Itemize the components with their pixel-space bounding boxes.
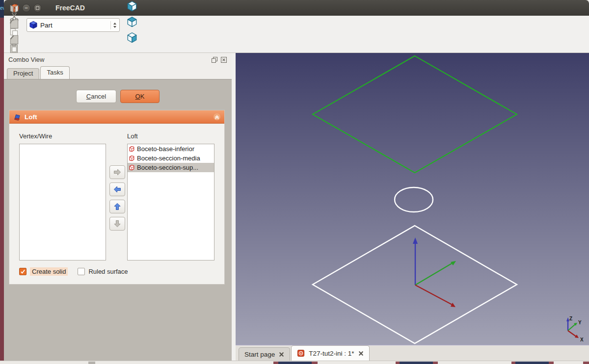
document-tab[interactable]: Start page <box>239 347 290 361</box>
ruled-surface-checkbox[interactable] <box>78 268 85 275</box>
close-tab-icon[interactable] <box>358 351 364 356</box>
combo-view-panel: Combo View ProjectTasks Cancel OK <box>4 53 232 361</box>
combo-view-tabs: ProjectTasks <box>4 66 232 79</box>
ok-button[interactable]: OK <box>120 90 160 103</box>
document-tab-label: Start page <box>244 351 275 358</box>
loft-sections-list[interactable]: Boceto-base-inferiorBoceto-seccion-media… <box>127 144 214 260</box>
move-down-button[interactable] <box>109 217 125 231</box>
background-window-fragment <box>312 362 318 364</box>
loft-task-box: Loft Vertex/Wire Loft Boceto-base-inferi… <box>9 110 225 285</box>
background-window-fragment <box>273 362 278 364</box>
loft-section-item-label: Boceto-seccion-sup... <box>137 164 198 171</box>
move-right-button[interactable] <box>109 165 125 179</box>
create-solid-label: Create solid <box>30 267 68 276</box>
background-window-fragment <box>511 362 515 364</box>
tab-tasks[interactable]: Tasks <box>40 66 69 79</box>
minimize-window-icon[interactable]: − <box>22 4 30 12</box>
titlebar[interactable]: × − FreeCAD <box>4 0 589 16</box>
toolbar-row-1: Part ? <box>4 16 589 34</box>
toolbar-area: Part ? <box>4 16 589 53</box>
background-window-fragment <box>583 362 589 364</box>
create-solid-checkbox[interactable] <box>19 268 27 275</box>
loft-section-item[interactable]: Boceto-base-inferior <box>128 144 214 154</box>
vertex-wire-list[interactable] <box>19 144 106 260</box>
right-view-icon[interactable] <box>124 29 140 45</box>
screen: ev × − FreeCAD Part ? <box>0 0 589 364</box>
background-window-fragment <box>433 362 438 364</box>
background-window-fragment <box>396 362 400 364</box>
loft-section-item[interactable]: Boceto-seccion-sup... <box>128 163 214 172</box>
background-window-fragment <box>88 362 95 364</box>
workbench-spinner[interactable] <box>110 21 116 29</box>
toolbar-row-2 <box>4 34 589 53</box>
tasks-panel: Cancel OK Loft Verte <box>4 79 232 361</box>
tab-project[interactable]: Project <box>7 68 39 79</box>
document-tabbar: Start pageT27-tut2-ini : 1* <box>236 345 589 361</box>
loft-section-item[interactable]: Boceto-seccion-media <box>128 154 214 163</box>
freecad-window: × − FreeCAD Part ? <box>4 0 589 361</box>
axis-y-label: Y <box>578 320 582 325</box>
move-left-button[interactable] <box>109 182 125 196</box>
vertex-wire-label: Vertex/Wire <box>19 132 52 140</box>
background-window-fragment <box>400 362 433 364</box>
sketch-icon <box>129 146 135 152</box>
dock-close-icon[interactable] <box>220 56 227 63</box>
close-tab-icon[interactable] <box>279 352 284 357</box>
loft-section-title: Loft <box>25 113 37 121</box>
dock-float-icon[interactable] <box>211 56 218 63</box>
loft-section-header[interactable]: Loft <box>9 110 224 124</box>
move-up-button[interactable] <box>109 200 125 213</box>
part-workbench-icon <box>29 21 38 29</box>
background-window-fragment <box>549 362 554 364</box>
ruled-surface-label: Ruled surface <box>88 268 128 275</box>
document-tab[interactable]: T27-tut2-ini : 1* <box>291 345 369 361</box>
mirror-icon[interactable] <box>6 1 23 17</box>
background-window-sliver-maroon <box>0 18 4 361</box>
background-window-fragment <box>278 362 312 364</box>
top-view-icon[interactable] <box>124 14 140 29</box>
sketch-icon <box>129 164 135 171</box>
background-sliver-text: ev <box>0 5 4 11</box>
cancel-button[interactable]: Cancel <box>76 90 116 103</box>
sketch-icon <box>129 155 135 161</box>
front-view-icon[interactable] <box>124 0 140 14</box>
background-window-fragment <box>515 362 549 364</box>
3d-viewport[interactable]: Z Y X <box>236 53 589 345</box>
axis-z-label: Z <box>569 316 572 321</box>
background-desktop-sliver <box>0 361 589 364</box>
loft-section-item-label: Boceto-seccion-media <box>137 155 200 162</box>
viewport-background <box>236 53 589 345</box>
background-window-sliver: ev <box>0 0 4 18</box>
axis-x-label: X <box>580 337 584 342</box>
loft-list-label: Loft <box>127 132 138 140</box>
move-buttons <box>109 165 125 231</box>
collapse-section-icon[interactable] <box>213 113 221 121</box>
combo-view-title: Combo View <box>8 56 44 63</box>
workbench-value: Part <box>40 22 110 29</box>
document-tab-label: T27-tut2-ini : 1* <box>309 350 354 357</box>
maximize-window-icon[interactable] <box>33 4 42 12</box>
fillet-icon[interactable] <box>6 17 23 32</box>
chamfer-icon[interactable] <box>6 32 23 48</box>
loft-task-icon <box>13 113 21 121</box>
window-title: FreeCAD <box>55 4 85 12</box>
loft-section-item-label: Boceto-base-inferior <box>137 145 194 153</box>
workbench-selector[interactable]: Part <box>27 18 120 32</box>
